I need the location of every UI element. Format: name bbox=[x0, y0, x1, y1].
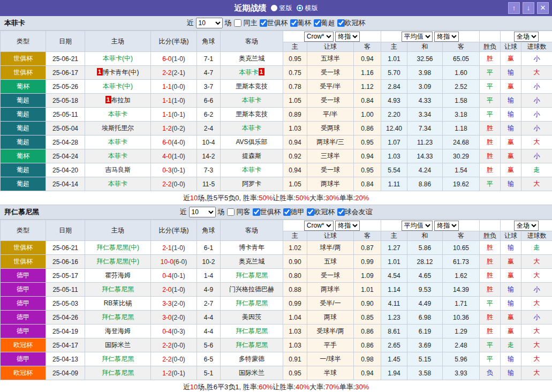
avg-home-odds: 5.70 bbox=[381, 66, 407, 80]
away-team: 里斯本竞技 bbox=[221, 108, 283, 122]
same-venue-label: 同主 bbox=[244, 18, 258, 28]
home-team: 埃斯托里尔 bbox=[85, 122, 151, 135]
result-goals: 小 bbox=[521, 122, 552, 135]
avg-select[interactable]: 平均值 bbox=[402, 32, 433, 42]
league-filter-checkbox[interactable] bbox=[314, 19, 321, 27]
same-venue-checkbox[interactable] bbox=[227, 208, 235, 216]
home-team: 本菲卡(中) bbox=[85, 52, 151, 66]
league-filter-checkbox[interactable] bbox=[337, 208, 345, 216]
games-count-select[interactable]: 10 bbox=[189, 207, 216, 217]
result-outcome: 胜 bbox=[480, 311, 501, 325]
result-goals: 走 bbox=[521, 163, 552, 177]
match-date: 25-04-24 bbox=[46, 149, 85, 163]
match-date: 25-04-17 bbox=[46, 338, 85, 352]
away-team: 奥克兰城 bbox=[221, 255, 283, 269]
away-team: 里斯本竞技 bbox=[221, 80, 283, 94]
result-outcome: 胜 bbox=[480, 149, 501, 163]
radio-selected-icon[interactable] bbox=[297, 5, 303, 11]
handicap-away-odds: 0.94 bbox=[354, 52, 381, 66]
avg-away-odds: 3.18 bbox=[443, 108, 480, 122]
match-date: 25-04-19 bbox=[46, 325, 85, 338]
result-outcome: 胜 bbox=[480, 163, 501, 177]
scope-dropdown-cell: 全场 bbox=[501, 220, 552, 231]
match-date: 25-06-21 bbox=[46, 241, 85, 255]
col-header-ah-home: 主 bbox=[283, 42, 307, 52]
match-row: 德甲25-04-13拜仁慕尼黑2-2(0-0)6-5多特蒙德0.91一/球半0.… bbox=[1, 352, 552, 366]
match-row: 德甲25-05-17霍芬海姆0-4(0-1)1-4拜仁慕尼黑0.80受一球1.0… bbox=[1, 269, 552, 283]
scope-select[interactable]: 全场 bbox=[514, 32, 539, 42]
league-filter-checkbox[interactable] bbox=[253, 208, 260, 216]
summary-text: 近 bbox=[183, 193, 190, 203]
result-goals: 大 bbox=[521, 325, 552, 338]
league-badge: 德甲 bbox=[1, 352, 46, 366]
league-filter-checkbox[interactable] bbox=[307, 208, 314, 216]
avg-home-odds: 8.61 bbox=[381, 325, 407, 338]
same-venue-checkbox[interactable] bbox=[234, 19, 241, 27]
result-outcome: 胜 bbox=[480, 325, 501, 338]
result-handicap: 输 bbox=[501, 297, 521, 311]
handicap-away-odds: 0.84 bbox=[354, 177, 381, 191]
home-team: 拜仁慕尼黑 bbox=[85, 352, 151, 366]
col-header-type: 类型 bbox=[1, 31, 46, 52]
col-header-away: 客场 bbox=[221, 220, 283, 241]
summary-stat-value: 10 bbox=[190, 383, 198, 391]
avg-draw-odds: 3.09 bbox=[407, 80, 443, 94]
avg-dropdown-cell: 平均值 终指 bbox=[381, 220, 480, 231]
corner-score: 7-3 bbox=[197, 163, 221, 177]
away-team: 博卡青年 bbox=[221, 241, 283, 255]
scope-select[interactable]: 全场 bbox=[514, 221, 539, 231]
handicap-away-odds: 0.86 bbox=[354, 325, 381, 338]
games-count-select[interactable]: 10 bbox=[196, 18, 223, 28]
avg-home-odds: 1.14 bbox=[381, 283, 407, 297]
page-title: 近期战绩 bbox=[235, 3, 267, 13]
result-handicap: 赢 bbox=[501, 255, 521, 269]
league-filter-checkbox[interactable] bbox=[337, 19, 345, 27]
away-team: 本菲卡 bbox=[221, 163, 283, 177]
match-row: 世俱杯25-06-21拜仁慕尼黑(中)2-1(1-0)6-1博卡青年1.02球半… bbox=[1, 241, 552, 255]
league-badge: 葡超 bbox=[1, 108, 46, 122]
avg-draw-odds: 8.86 bbox=[407, 177, 443, 191]
avg-home-odds: 5.54 bbox=[381, 163, 407, 177]
move-down-button[interactable]: ↓ bbox=[523, 2, 534, 14]
odds-time-select[interactable]: 终指 bbox=[335, 221, 360, 231]
layout-radio-horizontal[interactable]: 横版 bbox=[297, 4, 318, 13]
handicap-home-odds: 0.94 bbox=[283, 135, 307, 149]
result-outcome: 胜 bbox=[480, 283, 501, 297]
benfica-results-table: 类型 日期 主场 比分(半场) 角球 客场 Crow* 终指 平均值 终指 全场 bbox=[0, 31, 552, 191]
handicap-away-odds: 0.87 bbox=[354, 241, 381, 255]
avg-away-odds: 1.60 bbox=[443, 66, 480, 80]
avg-away-odds: 1.71 bbox=[443, 297, 480, 311]
handicap-away-odds: 1.09 bbox=[354, 269, 381, 283]
avg-draw-odds: 3.34 bbox=[407, 108, 443, 122]
league-filter-checkbox[interactable] bbox=[290, 19, 298, 27]
avg-time-select[interactable]: 终指 bbox=[434, 32, 459, 42]
handicap-line: 五球半 bbox=[307, 52, 354, 66]
result-goals: 小 bbox=[521, 52, 552, 66]
league-filter-checkbox[interactable] bbox=[283, 208, 291, 216]
match-date: 25-05-11 bbox=[46, 283, 85, 297]
close-button[interactable]: ✕ bbox=[537, 2, 549, 14]
score: 0-3(0-1) bbox=[151, 163, 197, 177]
league-filter-checkbox[interactable] bbox=[260, 19, 267, 27]
handicap-home-odds: 1.03 bbox=[283, 122, 307, 135]
result-goals: 大 bbox=[521, 352, 552, 366]
summary-text: 大率: bbox=[309, 193, 326, 203]
radio-icon[interactable] bbox=[271, 5, 277, 11]
odds-time-select[interactable]: 终指 bbox=[335, 32, 360, 42]
col-header-away: 客场 bbox=[221, 31, 283, 52]
summary-stat-value: 70% bbox=[326, 383, 339, 391]
summary-stat-value: 40% bbox=[296, 383, 309, 391]
avg-select[interactable]: 平均值 bbox=[402, 221, 433, 231]
away-team: 阿罗卡 bbox=[221, 177, 283, 191]
avg-time-select[interactable]: 终指 bbox=[434, 221, 459, 231]
layout-radio-vertical[interactable]: 竖版 bbox=[271, 4, 292, 13]
team-name-bayern: 拜仁慕尼黑 bbox=[4, 207, 39, 217]
move-up-button[interactable]: ↑ bbox=[508, 2, 520, 14]
bookmaker-select[interactable]: Crow* bbox=[304, 32, 334, 42]
handicap-home-odds: 1.03 bbox=[283, 338, 307, 352]
avg-home-odds: 1.07 bbox=[381, 135, 407, 149]
result-outcome: 平 bbox=[480, 297, 501, 311]
home-team: 国际米兰 bbox=[85, 338, 151, 352]
avg-away-odds: 10.65 bbox=[443, 241, 480, 255]
bookmaker-select[interactable]: Crow* bbox=[304, 221, 334, 231]
